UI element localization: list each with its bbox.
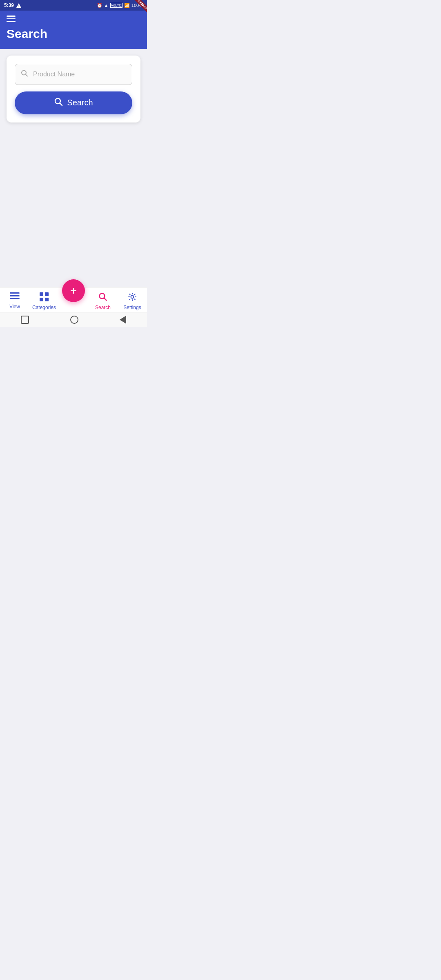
system-nav-home-button[interactable] [70, 316, 78, 324]
search-input-icon [20, 69, 29, 79]
svg-rect-15 [40, 298, 43, 301]
wifi-icon: ▲ [104, 3, 109, 8]
svg-rect-13 [40, 292, 43, 296]
alarm-icon: ⏰ [97, 3, 102, 8]
time-display: 5:39 [4, 2, 14, 8]
list-icon [10, 292, 20, 303]
bottom-navigation: View Categories + [0, 287, 147, 312]
gear-icon [128, 292, 137, 304]
page-title: Search [7, 27, 140, 41]
nav-item-search[interactable]: Search [88, 291, 118, 310]
svg-point-19 [131, 296, 134, 298]
status-left: 5:39 ! [4, 2, 21, 8]
system-navigation-bar [0, 312, 147, 327]
hamburger-icon [7, 16, 16, 22]
grid-icon [40, 292, 49, 304]
nav-item-settings[interactable]: Settings [118, 291, 147, 310]
debug-label: DEBUG [137, 0, 147, 10]
lte-icon: VoLTE [110, 3, 122, 8]
svg-line-3 [60, 103, 62, 106]
search-button-icon [54, 97, 63, 108]
svg-rect-11 [10, 298, 11, 299]
svg-rect-7 [10, 292, 11, 294]
menu-button[interactable] [7, 16, 140, 22]
svg-rect-12 [13, 298, 14, 299]
app-header: Search [0, 11, 147, 49]
svg-rect-16 [45, 298, 49, 301]
search-input-wrapper [15, 64, 132, 85]
nav-settings-label: Settings [123, 305, 141, 310]
nav-item-view[interactable]: View [0, 291, 29, 310]
nav-item-categories[interactable]: Categories [29, 291, 59, 310]
fab-container: + [62, 279, 85, 302]
nav-items: View Categories + [0, 291, 147, 310]
svg-line-18 [104, 298, 107, 301]
search-button-label: Search [67, 98, 93, 107]
main-content: Search [0, 49, 147, 287]
svg-rect-8 [13, 292, 14, 294]
search-nav-icon [98, 292, 107, 304]
svg-line-1 [26, 74, 28, 76]
nav-categories-label: Categories [32, 305, 56, 310]
fab-add-button[interactable]: + [62, 279, 85, 302]
plus-icon: + [70, 285, 77, 296]
nav-view-label: View [9, 304, 20, 310]
svg-rect-14 [45, 292, 49, 296]
nav-search-label: Search [95, 305, 111, 310]
debug-badge: DEBUG [127, 0, 147, 20]
warning-triangle-icon: ! [16, 3, 21, 8]
system-nav-back-button[interactable] [120, 316, 126, 324]
search-button[interactable]: Search [15, 91, 132, 114]
product-name-input[interactable] [15, 64, 132, 85]
svg-rect-9 [10, 295, 11, 296]
status-bar: 5:39 ! ⏰ ▲ VoLTE 📶 100% DEBUG [0, 0, 147, 11]
search-card: Search [7, 56, 140, 122]
system-nav-recents-button[interactable] [21, 316, 29, 324]
svg-rect-10 [13, 295, 14, 296]
